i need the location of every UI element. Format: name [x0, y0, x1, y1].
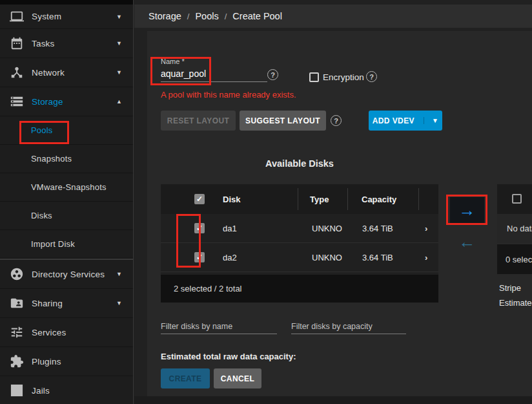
- app-window: System ▼ Tasks ▼ Network ▼ Storage ▲ Po: [0, 0, 532, 404]
- add-vdev-label: ADD VDEV: [373, 116, 414, 125]
- sidebar-item-vmware-snapshots[interactable]: VMware-Snapshots: [0, 173, 133, 202]
- table-row[interactable]: ✓ da1 UNKNO 3.64 TiB ›: [161, 214, 438, 243]
- pool-name-label: Name *: [161, 58, 185, 65]
- breadcrumb-separator: /: [225, 12, 227, 21]
- encryption-label: Encryption: [323, 72, 364, 82]
- column-header-capacity: Capacity: [362, 195, 396, 204]
- move-right-button[interactable]: →: [450, 197, 484, 224]
- column-header-type: Type: [310, 195, 329, 204]
- sidebar-item-label: Jails: [32, 386, 50, 396]
- sidebar-item-import-disk[interactable]: Import Disk: [0, 230, 133, 259]
- reset-layout-button[interactable]: RESET LAYOUT: [161, 111, 236, 131]
- sidebar-item-storage[interactable]: Storage ▲: [0, 87, 133, 116]
- sidebar-item-label: Pools: [31, 125, 53, 135]
- sidebar-item-label: Directory Services: [32, 270, 105, 279]
- cell-type: UNKNO: [312, 243, 342, 272]
- disks-selection-summary: 2 selected / 2 total: [161, 275, 438, 303]
- layout-help-icon[interactable]: ?: [331, 115, 342, 126]
- folder-shared-icon: [10, 296, 24, 310]
- vdev-table-header: [497, 184, 532, 214]
- bottom-strip: [134, 396, 532, 404]
- chevron-down-icon: ▼: [116, 300, 123, 306]
- add-vdev-button[interactable]: ADD VDEV ▼: [369, 111, 442, 131]
- sidebar-item-pools[interactable]: Pools: [0, 116, 133, 145]
- row-checkbox-da1[interactable]: ✓: [194, 223, 205, 233]
- puzzle-icon: [10, 354, 24, 368]
- breadcrumb-storage[interactable]: Storage: [148, 11, 181, 21]
- sidebar-item-services[interactable]: Services: [0, 318, 133, 347]
- filter-disks-by-capacity-input[interactable]: [291, 319, 406, 334]
- network-icon: [10, 65, 24, 80]
- sidebar-item-system[interactable]: System ▼: [0, 5, 133, 29]
- cancel-button[interactable]: CANCEL: [214, 368, 261, 388]
- sidebar-item-label: Network: [32, 68, 65, 78]
- filter-disks-by-name-input[interactable]: [161, 319, 277, 334]
- sidebar-item-sharing[interactable]: Sharing ▼: [0, 289, 133, 318]
- estimated-capacity-label: Estimated total raw data capacity:: [161, 352, 296, 361]
- caret-down-icon: ▼: [424, 117, 438, 124]
- sidebar-item-label: Disks: [31, 211, 52, 220]
- arrow-right-icon: →: [459, 200, 476, 220]
- encryption-checkbox[interactable]: [309, 72, 319, 82]
- sidebar-item-snapshots[interactable]: Snapshots: [0, 145, 133, 173]
- encryption-help-icon[interactable]: ?: [366, 71, 377, 82]
- cell-disk: da2: [223, 243, 237, 272]
- sidebar-item-label: Tasks: [32, 39, 55, 48]
- chevron-up-icon: ▲: [116, 98, 123, 105]
- sidebar-item-directory-services[interactable]: Directory Services ▼: [0, 260, 133, 289]
- row-checkbox-da2[interactable]: ✓: [194, 252, 205, 262]
- row-expand-icon[interactable]: ›: [425, 214, 427, 243]
- arrow-left-icon: ←: [459, 232, 476, 252]
- laptop-icon: [10, 10, 24, 24]
- row-expand-icon[interactable]: ›: [425, 243, 427, 272]
- column-header-disk: Disk: [223, 195, 240, 204]
- jail-icon: [10, 383, 24, 398]
- sidebar: System ▼ Tasks ▼ Network ▼ Storage ▲ Po: [0, 0, 134, 404]
- table-row[interactable]: ✓ da2 UNKNO 3.64 TiB ›: [161, 243, 438, 272]
- sidebar-item-jails[interactable]: Jails: [0, 376, 133, 404]
- column-divider: [298, 188, 298, 210]
- sidebar-item-tasks[interactable]: Tasks ▼: [0, 29, 133, 58]
- name-help-icon[interactable]: ?: [267, 69, 278, 80]
- sliders-icon: [10, 325, 24, 339]
- cell-type: UNKNO: [312, 214, 342, 243]
- suggest-layout-button[interactable]: SUGGEST LAYOUT: [240, 111, 326, 131]
- table-header-row: ✓ Disk Type Capacity: [161, 184, 438, 214]
- vdev-layout-label: Stripe: [499, 283, 521, 293]
- breadcrumb-separator: /: [187, 12, 190, 21]
- pool-name-input[interactable]: aquar_pool: [161, 69, 206, 79]
- sidebar-item-label: Storage: [32, 97, 63, 107]
- vdev-selection-summary: 0 selected: [497, 244, 532, 274]
- sidebar-item-disks[interactable]: Disks: [0, 202, 133, 230]
- sidebar-item-label: Sharing: [32, 299, 63, 308]
- sidebar-item-network[interactable]: Network ▼: [0, 58, 133, 87]
- chevron-down-icon: ▼: [116, 40, 123, 47]
- chevron-down-icon: ▼: [116, 271, 123, 277]
- select-all-checkbox[interactable]: ✓: [194, 194, 205, 204]
- sidebar-item-label: System: [32, 12, 61, 21]
- breadcrumb: Storage / Pools / Create Pool: [134, 5, 532, 28]
- create-button[interactable]: CREATE: [161, 368, 210, 388]
- sidebar-item-label: Import Disk: [31, 239, 75, 249]
- chevron-down-icon: ▼: [116, 69, 123, 76]
- vdev-empty-row: No data: [497, 214, 532, 243]
- pool-name-underline: [161, 81, 267, 82]
- sidebar-item-label: Plugins: [32, 357, 61, 367]
- breadcrumb-pools[interactable]: Pools: [195, 11, 218, 21]
- move-left-button[interactable]: ←: [450, 229, 484, 255]
- available-disks-title: Available Disks: [161, 158, 438, 169]
- cell-capacity: 3.64 TiB: [362, 214, 393, 243]
- sidebar-item-label: Services: [32, 328, 66, 337]
- name-error-message: A pool with this name already exists.: [161, 90, 296, 100]
- storage-icon: [10, 94, 24, 109]
- vdev-select-all-checkbox[interactable]: [512, 194, 522, 204]
- breadcrumb-create-pool: Create Pool: [232, 11, 282, 21]
- calendar-icon: [10, 36, 24, 50]
- cell-disk: da1: [223, 214, 237, 243]
- vdev-estimated-label: Estimated: [499, 298, 532, 308]
- group-icon: [10, 267, 24, 281]
- column-divider: [347, 188, 348, 210]
- column-divider: [418, 188, 419, 210]
- chevron-down-icon: ▼: [116, 14, 123, 20]
- sidebar-item-plugins[interactable]: Plugins: [0, 347, 133, 376]
